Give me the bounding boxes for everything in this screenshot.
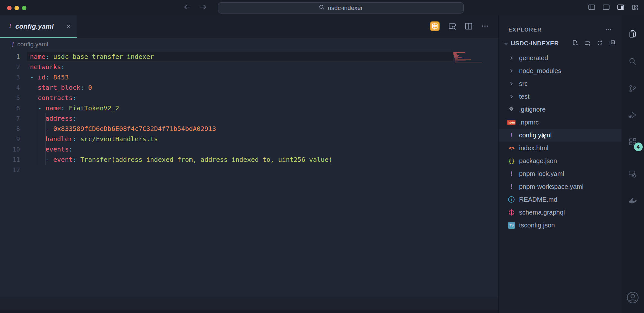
- mouse-cursor: [540, 132, 549, 142]
- info-file-icon: [507, 195, 516, 204]
- code-line-4[interactable]: 4 start_block: 0: [0, 82, 498, 93]
- line-number: 10: [0, 144, 20, 154]
- chevron-right-icon: [507, 92, 516, 101]
- code-line-7[interactable]: 7 address:: [0, 113, 498, 124]
- tree-file-gitignore[interactable]: .gitignore: [499, 103, 621, 116]
- code-text: - id: 8453: [30, 72, 69, 82]
- code-text: - name: FiatTokenV2_2: [30, 103, 119, 113]
- titlebar: usdc-indexer: [0, 0, 644, 15]
- customize-layout-icon[interactable]: [631, 4, 639, 12]
- explorer-sidebar: EXPLORER USDC-INDEXER generatednode_modu…: [498, 15, 621, 313]
- tree-file-config-yaml[interactable]: !config.yaml: [499, 129, 621, 142]
- tree-file-tsconfig-json[interactable]: TStsconfig.json: [499, 219, 621, 232]
- window-bottom-edge: [0, 310, 498, 313]
- tab-config-yaml[interactable]: ! config.yaml: [0, 15, 77, 38]
- new-file-icon[interactable]: [572, 40, 578, 47]
- editor-bottom-strip: [0, 297, 498, 310]
- refresh-icon[interactable]: [597, 40, 603, 47]
- more-actions-icon[interactable]: [481, 22, 489, 31]
- line-number: 6: [0, 103, 20, 113]
- tab-bar: ! config.yaml: [0, 15, 498, 38]
- explorer-more-actions-icon[interactable]: [605, 26, 612, 33]
- line-number: 11: [0, 154, 20, 165]
- tree-item-label: .gitignore: [519, 106, 545, 113]
- code-line-11[interactable]: 11 - event: Transfer(address indexed fro…: [0, 154, 498, 165]
- tree-file-schema-graphql[interactable]: schema.graphql: [499, 206, 621, 219]
- new-folder-icon[interactable]: [584, 40, 591, 47]
- tree-file-pnpm-lock-yaml[interactable]: !pnpm-lock.yaml: [499, 167, 621, 180]
- code-line-8[interactable]: 8 - 0x833589fCD6eDb6E08f4c7C32D4f71b54bd…: [0, 124, 498, 134]
- workspace-search-box[interactable]: usdc-indexer: [218, 2, 464, 14]
- tree-item-label: pnpm-lock.yaml: [519, 170, 564, 178]
- activity-extensions-icon[interactable]: 4: [625, 134, 640, 149]
- tree-folder-src[interactable]: src: [499, 77, 621, 90]
- minimap[interactable]: [453, 52, 483, 64]
- tree-item-label: schema.graphql: [519, 209, 565, 216]
- code-line-10[interactable]: 10 events:: [0, 144, 498, 154]
- code-text: events:: [30, 144, 72, 154]
- split-editor-icon[interactable]: [465, 22, 473, 32]
- minimap-line: [454, 56, 458, 57]
- open-preview-icon[interactable]: [448, 22, 456, 32]
- minimap-line: [455, 61, 458, 61]
- search-icon: [319, 4, 325, 12]
- minimize-window-button[interactable]: [14, 6, 19, 10]
- code-text: - 0x833589fCD6eDb6E08f4c7C32D4f71b54bdA0…: [30, 124, 216, 134]
- activity-source-control-icon[interactable]: [625, 81, 640, 96]
- tree-file-pnpm-workspace-yaml[interactable]: !pnpm-workspace.yaml: [499, 180, 621, 193]
- activity-debug-icon[interactable]: [625, 107, 640, 123]
- git-file-icon: [507, 105, 516, 114]
- code-line-1[interactable]: 1name: usdc base transfer indexer: [0, 51, 498, 62]
- history-back-icon[interactable]: [183, 3, 191, 13]
- yaml-file-icon: !: [507, 131, 516, 139]
- activity-docker-icon[interactable]: [625, 193, 640, 209]
- yaml-file-icon: !: [9, 23, 12, 30]
- activity-explorer-icon[interactable]: [625, 26, 640, 41]
- code-line-3[interactable]: 3- id: 8453: [0, 72, 498, 82]
- minimap-line: [455, 60, 466, 60]
- tree-item-label: package.json: [519, 157, 557, 165]
- line-number: 1: [0, 51, 20, 62]
- tree-item-label: .npmrc: [519, 119, 539, 126]
- npm-file-icon: npm: [507, 118, 516, 126]
- tree-file-index-html[interactable]: <>index.html: [499, 142, 621, 154]
- activity-remote-icon[interactable]: [625, 166, 640, 181]
- close-window-button[interactable]: [7, 6, 12, 10]
- toggle-panel-icon[interactable]: [602, 4, 610, 12]
- history-forward-icon[interactable]: [199, 3, 207, 13]
- minimap-line: [454, 55, 459, 56]
- close-tab-icon[interactable]: [66, 23, 71, 29]
- app-window: usdc-indexer ! config.yaml: [0, 0, 644, 313]
- collapse-folders-icon[interactable]: [609, 40, 615, 47]
- code-line-9[interactable]: 9 handler: src/EventHandlers.ts: [0, 134, 498, 144]
- explorer-title: EXPLORER: [508, 27, 542, 33]
- tree-folder-test[interactable]: test: [499, 90, 621, 103]
- tree-item-label: generated: [519, 54, 548, 62]
- tree-file-readme-md[interactable]: README.md: [499, 193, 621, 206]
- zoom-window-button[interactable]: [22, 6, 26, 10]
- html-file-icon: <>: [507, 144, 516, 152]
- tree-item-label: tsconfig.json: [519, 222, 555, 229]
- yaml-file-icon: !: [507, 182, 516, 191]
- envio-extension-icon[interactable]: [430, 21, 440, 32]
- tree-file-package-json[interactable]: {}package.json: [499, 154, 621, 167]
- tree-file-npmrc[interactable]: npm.npmrc: [499, 116, 621, 129]
- activity-account-icon[interactable]: [625, 290, 640, 305]
- tree-folder-node-modules[interactable]: node_modules: [499, 64, 621, 77]
- code-line-2[interactable]: 2networks:: [0, 62, 498, 72]
- code-text: contracts:: [30, 93, 77, 103]
- code-line-12[interactable]: 12: [0, 165, 498, 175]
- workspace-section-header[interactable]: USDC-INDEXER: [499, 35, 621, 51]
- yaml-file-icon: !: [507, 170, 516, 178]
- code-line-5[interactable]: 5 contracts:: [0, 93, 498, 103]
- line-number: 8: [0, 124, 20, 134]
- code-line-6[interactable]: 6 - name: FiatTokenV2_2: [0, 103, 498, 113]
- code-editor[interactable]: 1name: usdc base transfer indexer2networ…: [0, 51, 498, 297]
- toggle-primary-sidebar-icon[interactable]: [588, 4, 595, 12]
- breadcrumb[interactable]: ! config.yaml: [0, 38, 498, 51]
- minimap-line: [454, 57, 462, 58]
- activity-search-icon[interactable]: [625, 53, 640, 69]
- tree-folder-generated[interactable]: generated: [499, 51, 621, 64]
- code-text: handler: src/EventHandlers.ts: [30, 134, 158, 144]
- toggle-secondary-sidebar-icon[interactable]: [617, 4, 624, 12]
